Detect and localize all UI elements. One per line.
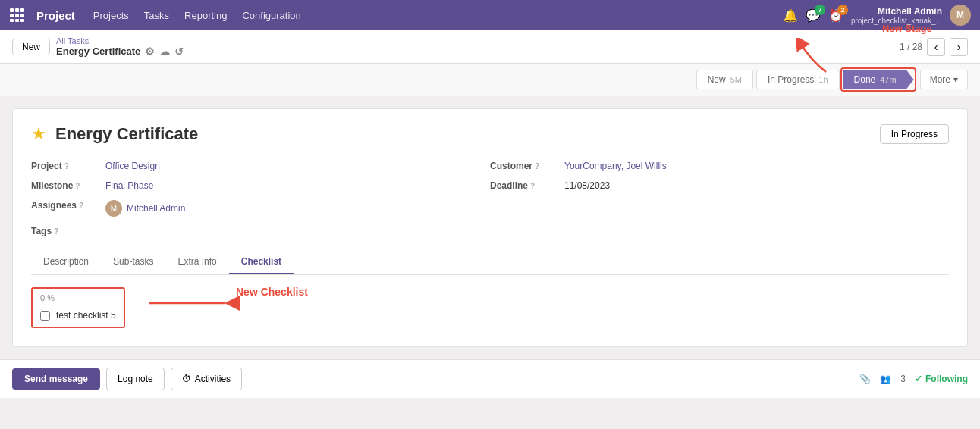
stage-done-button[interactable]: Done 47m: [843, 70, 914, 89]
app-brand: Project: [36, 9, 75, 22]
clock-icon[interactable]: ⏰ 2: [828, 8, 843, 23]
breadcrumb-all-tasks[interactable]: All Tasks: [56, 36, 184, 45]
bell-icon[interactable]: 🔔: [783, 8, 798, 23]
paperclip-icon[interactable]: 📎: [859, 374, 871, 384]
stage-bar: New 5M In Progress 1h Done 47m New Stage…: [0, 64, 980, 96]
deadline-value: 11/08/2023: [564, 180, 610, 191]
checklist-section: 0 % test checklist 5 New Checklist: [31, 284, 949, 331]
clock-badge: 2: [837, 5, 848, 15]
checklist-progress-pct: 0 %: [40, 293, 116, 302]
deadline-field: Deadline ? 11/08/2023: [490, 176, 949, 196]
chat-badge: 7: [815, 5, 825, 15]
project-field: Project ? Office Design: [31, 156, 490, 176]
apps-menu-button[interactable]: [9, 8, 24, 23]
tab-extra-info[interactable]: Extra Info: [165, 250, 228, 274]
breadcrumb-bar: New All Tasks Energy Certificate ⚙ ☁ ↺ 1…: [0, 30, 980, 64]
clock-activities-icon: ⏱: [182, 374, 191, 384]
activities-button[interactable]: ⏱ Activities: [171, 368, 242, 390]
breadcrumb-project: Energy Certificate ⚙ ☁ ↺: [56, 45, 184, 58]
fields-left: Project ? Office Design Milestone ? Fina…: [31, 156, 490, 241]
avatar[interactable]: M: [950, 5, 971, 26]
check-icon: ✓: [915, 374, 922, 384]
star-icon[interactable]: ★: [31, 124, 46, 144]
breadcrumb-project-name: Energy Certificate: [56, 45, 140, 57]
stage-more-button[interactable]: More ▾: [920, 70, 968, 89]
assignee-avatar: M: [105, 200, 122, 217]
svg-rect-4: [15, 14, 19, 17]
customer-value[interactable]: YourCompany, Joel Willis: [564, 161, 667, 171]
customer-help-icon[interactable]: ?: [535, 162, 539, 171]
pagination-next[interactable]: ›: [950, 38, 968, 56]
project-help-icon[interactable]: ?: [64, 162, 69, 171]
customer-label: Customer ?: [490, 161, 558, 171]
svg-rect-1: [15, 8, 19, 12]
main-content: ★ Energy Certificate In Progress Project…: [12, 108, 968, 347]
milestone-help-icon[interactable]: ?: [75, 182, 80, 190]
cloud-icon[interactable]: ☁: [159, 45, 170, 58]
topnav-right: 🔔 💬 7 ⏰ 2 Mitchell Admin project_checkli…: [783, 5, 971, 26]
settings-icon[interactable]: ⚙: [145, 45, 155, 58]
bottom-right: 📎 👥 3 ✓ Following: [859, 374, 968, 384]
stage-done-wrapper: Done 47m: [843, 70, 914, 89]
assignees-help-icon[interactable]: ?: [79, 202, 83, 210]
checklist-checkbox[interactable]: [40, 311, 50, 321]
chat-icon[interactable]: 💬 7: [806, 8, 821, 23]
following-button[interactable]: ✓ Following: [915, 374, 968, 384]
nav-reporting[interactable]: Reporting: [184, 7, 227, 24]
refresh-icon[interactable]: ↺: [174, 45, 184, 58]
status-badge[interactable]: In Progress: [880, 124, 949, 144]
log-note-button[interactable]: Log note: [106, 368, 165, 390]
followers-count: 3: [900, 374, 906, 384]
svg-rect-3: [10, 14, 14, 17]
customer-field: Customer ? YourCompany, Joel Willis: [490, 156, 949, 176]
checklist-item-label: test checklist 5: [56, 310, 116, 321]
assignees-label: Assignees ?: [31, 200, 99, 211]
svg-rect-5: [20, 14, 24, 17]
tab-checklist[interactable]: Checklist: [229, 250, 294, 274]
tags-help-icon[interactable]: ?: [54, 227, 58, 236]
assignees-field: Assignees ? M Mitchell Admin: [31, 196, 490, 221]
fields-grid: Project ? Office Design Milestone ? Fina…: [31, 156, 949, 241]
tags-field: Tags ?: [31, 221, 490, 241]
breadcrumb: All Tasks Energy Certificate ⚙ ☁ ↺: [56, 36, 184, 58]
svg-rect-0: [10, 8, 14, 12]
tab-subtasks[interactable]: Sub-tasks: [101, 250, 165, 274]
tags-label: Tags ?: [31, 226, 99, 236]
assignee-name[interactable]: Mitchell Admin: [127, 203, 185, 214]
send-message-button[interactable]: Send message: [12, 368, 100, 390]
new-button[interactable]: New: [12, 39, 50, 55]
bottom-bar: Send message Log note ⏱ Activities 📎 👥 3…: [0, 359, 980, 398]
milestone-value[interactable]: Final Phase: [105, 180, 153, 191]
nav-projects[interactable]: Projects: [93, 7, 129, 24]
milestone-field: Milestone ? Final Phase: [31, 176, 490, 196]
nav-tasks[interactable]: Tasks: [144, 7, 169, 24]
project-label: Project ?: [31, 161, 99, 171]
task-title: Energy Certificate: [55, 124, 198, 144]
checklist-item: test checklist 5: [40, 308, 116, 322]
deadline-label: Deadline ?: [490, 180, 558, 191]
svg-rect-8: [20, 19, 24, 22]
project-value[interactable]: Office Design: [105, 161, 160, 171]
task-header: ★ Energy Certificate In Progress: [31, 124, 949, 144]
deadline-help-icon[interactable]: ?: [530, 182, 535, 190]
pagination-prev[interactable]: ‹: [927, 38, 945, 56]
username: Mitchell Admin: [878, 6, 942, 17]
new-checklist-annotation: New Checklist: [236, 286, 308, 298]
pagination-info: 1 / 28: [900, 42, 922, 52]
checklist-arrow-svg: [149, 292, 240, 315]
stage-inprogress-button[interactable]: In Progress 1h: [756, 70, 840, 89]
user-menu[interactable]: Mitchell Admin project_checklist_kanak_.…: [851, 6, 942, 25]
top-navigation: Project Projects Tasks Reporting Configu…: [0, 0, 980, 30]
assignee-row: M Mitchell Admin: [105, 200, 185, 217]
pagination: 1 / 28 ‹ ›: [900, 38, 968, 56]
followers-icon[interactable]: 👥: [880, 374, 891, 384]
tab-description[interactable]: Description: [31, 250, 101, 274]
nav-configuration[interactable]: Configuration: [242, 7, 300, 24]
tabs: Description Sub-tasks Extra Info Checkli…: [31, 250, 949, 275]
new-stage-annotation: New Stage: [882, 23, 932, 34]
fields-right: Customer ? YourCompany, Joel Willis Dead…: [490, 156, 949, 241]
svg-rect-2: [20, 8, 24, 12]
stage-new-button[interactable]: New 5M: [696, 70, 753, 89]
svg-rect-6: [10, 19, 14, 22]
checklist-box: 0 % test checklist 5: [31, 287, 125, 328]
